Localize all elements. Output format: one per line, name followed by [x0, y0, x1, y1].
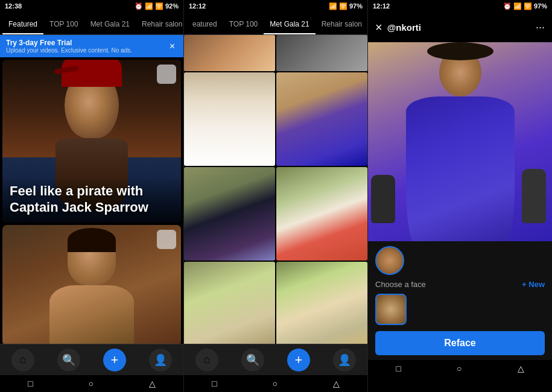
reface-button[interactable]: Reface: [375, 331, 545, 355]
grid-cell-3b[interactable]: [276, 262, 367, 344]
grid-top-2[interactable]: [276, 35, 367, 71]
back-icon-2[interactable]: △: [333, 379, 340, 388]
alarm-icon-3: ⏰: [503, 2, 512, 10]
grid-row-3: [184, 262, 367, 344]
subject-figure: [400, 48, 521, 241]
trial-close-button[interactable]: ×: [167, 41, 177, 52]
home-button-2[interactable]: ⌂: [195, 349, 218, 371]
battery-1: 92%: [165, 2, 179, 10]
plus-icon-1: +: [111, 352, 119, 368]
trial-text: Try 3-day Free Trial Upload your videos.…: [6, 39, 132, 54]
grid-cell-white-dress[interactable]: [184, 72, 275, 166]
profile-icon-2: 👤: [338, 353, 351, 367]
wifi-icon-2: 🛜: [339, 2, 347, 10]
rambo-figure: [37, 231, 146, 344]
rambo-hair: [68, 228, 116, 252]
home-android-icon-3[interactable]: ○: [457, 364, 462, 373]
saved-face-1[interactable]: [375, 294, 407, 325]
tab2-rehair[interactable]: Rehair salon: [316, 15, 367, 34]
main-photo: [368, 42, 552, 241]
tab2-featured[interactable]: eatured: [186, 15, 223, 34]
top-strip: [184, 35, 367, 71]
choose-face-row: Choose a face + New: [375, 280, 545, 289]
new-face-button[interactable]: + New: [522, 280, 545, 289]
pirate-hat: [62, 60, 122, 87]
search-icon-1: 🔍: [62, 353, 75, 367]
tab-metgala[interactable]: Met Gala 21: [84, 15, 136, 34]
status-bar-1: 12:38 ⏰ 📶 🛜 92%: [0, 0, 183, 12]
hero-badge-icon: [157, 65, 176, 84]
grid-cell-blue-gown[interactable]: [276, 72, 367, 166]
status-icons-2: 📶 🛜 97%: [329, 2, 363, 10]
tab-featured[interactable]: Featured: [2, 15, 43, 34]
trial-banner: Try 3-day Free Trial Upload your videos.…: [0, 35, 183, 57]
recents-icon-3[interactable]: □: [396, 364, 401, 373]
profile-icon-1: 👤: [154, 353, 167, 367]
signal-icon-3: 📶: [513, 2, 522, 10]
home-icon-1: ⌂: [20, 353, 27, 366]
rambo-torso: [49, 285, 134, 344]
search-button-2[interactable]: 🔍: [241, 349, 264, 371]
status-icons-3: ⏰ 📶 🛜 97%: [503, 2, 547, 10]
rambo-background: [2, 225, 181, 344]
tab-rehair[interactable]: Rehair salon: [136, 15, 183, 34]
username-label: @nkorti: [387, 22, 421, 33]
android-nav-2: □ ○ △: [184, 375, 367, 392]
recents-icon-2[interactable]: □: [212, 379, 217, 388]
grid-cell-3a[interactable]: [184, 262, 275, 344]
signal-icon-2: 📶: [329, 2, 337, 10]
search-button-1[interactable]: 🔍: [57, 349, 80, 371]
nav-tabs-2: eatured TOP 100 Met Gala 21 Rehair salon…: [184, 12, 367, 35]
alarm-icon: ⏰: [135, 2, 143, 10]
status-bar-3: 12:12 ⏰ 📶 🛜 97%: [368, 0, 552, 12]
status-bar-2: 12:12 📶 🛜 97%: [184, 0, 367, 12]
tab2-metgala[interactable]: Met Gala 21: [264, 15, 315, 34]
create-button-1[interactable]: +: [103, 349, 126, 371]
profile-button-2[interactable]: 👤: [333, 349, 356, 371]
panel-reface: 12:12 ⏰ 📶 🛜 97% × @nkorti ···: [368, 0, 552, 392]
android-nav-3: □ ○ △: [368, 360, 552, 377]
grid-row-2: [184, 167, 367, 261]
rambo-head: [68, 231, 116, 285]
wifi-icon: 🛜: [155, 2, 163, 10]
subject-hair: [427, 42, 493, 60]
bottom-nav-1: ⌂ 🔍 + 👤: [0, 344, 183, 375]
tab2-top100[interactable]: TOP 100: [223, 15, 264, 34]
signal-icon: 📶: [145, 2, 153, 10]
hero-overlay: Feel like a pirate with Captain Jack Spa…: [2, 176, 181, 223]
grid-top-1[interactable]: [184, 35, 275, 71]
wifi-icon-3: 🛜: [524, 2, 532, 10]
home-button-1[interactable]: ⌂: [11, 349, 34, 371]
secondary-badge-icon: [157, 230, 176, 249]
back-icon-1[interactable]: △: [149, 379, 156, 388]
profile-button-1[interactable]: 👤: [149, 349, 172, 371]
saved-faces-row: [375, 294, 545, 325]
recents-icon-1[interactable]: □: [28, 379, 33, 388]
search-icon-2: 🔍: [246, 353, 259, 367]
subject-head: [439, 48, 481, 96]
bg-person-2: [522, 169, 546, 223]
trial-title: Try 3-day Free Trial: [6, 39, 132, 47]
grid-cell-dark-gown[interactable]: [184, 167, 275, 261]
back-icon-3[interactable]: △: [518, 364, 524, 373]
profile-header: × @nkorti ···: [368, 12, 552, 42]
tab-top100[interactable]: TOP 100: [43, 15, 84, 34]
bottom-nav-2: ⌂ 🔍 + 👤: [184, 344, 367, 375]
content-area-1: Feel like a pirate with Captain Jack Spa…: [0, 57, 183, 344]
hero-card-pirate[interactable]: Feel like a pirate with Captain Jack Spa…: [2, 60, 181, 223]
secondary-card-rambo[interactable]: [2, 225, 181, 344]
user-face-avatar[interactable]: [375, 246, 404, 275]
main-photo-area[interactable]: [368, 42, 552, 241]
hero-title: Feel like a pirate with Captain Jack Spa…: [10, 183, 174, 215]
more-options-button[interactable]: ···: [536, 21, 545, 34]
create-button-2[interactable]: +: [287, 349, 310, 371]
home-android-icon-1[interactable]: ○: [88, 379, 93, 388]
time-3: 12:12: [373, 2, 390, 10]
trial-subtitle: Upload your videos. Exclusive content. N…: [6, 47, 132, 54]
bg-person-1: [371, 175, 395, 223]
close-button[interactable]: ×: [375, 21, 382, 34]
nav-tabs-1: Featured TOP 100 Met Gala 21 Rehair salo…: [0, 12, 183, 35]
status-icons-1: ⏰ 📶 🛜 92%: [135, 2, 179, 10]
home-android-icon-2[interactable]: ○: [272, 379, 277, 388]
grid-cell-two-women[interactable]: [276, 167, 367, 261]
